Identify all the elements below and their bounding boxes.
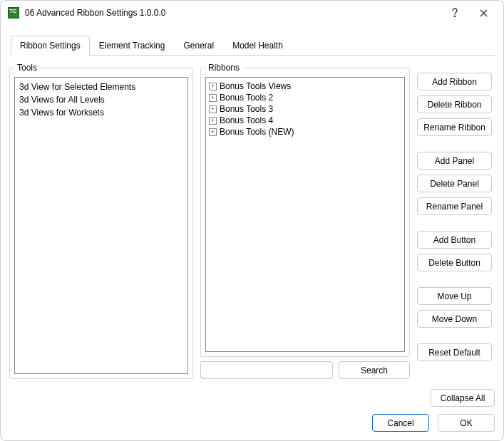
close-button[interactable] [469, 4, 498, 22]
list-item[interactable]: 3d Views for Worksets [18, 106, 185, 119]
expand-icon[interactable]: + [209, 117, 217, 125]
list-item[interactable]: 3d Views for All Levels [18, 93, 185, 106]
collapse-row: Collapse All [9, 379, 495, 407]
add-panel-button[interactable]: Add Panel [417, 152, 492, 170]
delete-panel-button[interactable]: Delete Panel [417, 175, 492, 192]
move-buttons-group: Move Up Move Down [417, 287, 495, 328]
tab-model-health[interactable]: Model Health [223, 36, 292, 56]
tree-item[interactable]: + Bonus Tools 3 [207, 103, 403, 115]
expand-icon[interactable]: + [209, 94, 217, 102]
delete-button-button[interactable]: Delete Button [417, 254, 492, 271]
panel-buttons-group: Add Panel Delete Panel Rename Panel [417, 152, 495, 215]
tab-element-tracking[interactable]: Element Tracking [90, 36, 175, 56]
tree-item-label: Bonus Tools Views [220, 81, 291, 91]
move-down-button[interactable]: Move Down [417, 310, 492, 328]
collapse-all-button[interactable]: Collapse All [431, 389, 495, 407]
expand-icon[interactable]: + [209, 128, 217, 136]
tab-body: Tools 3d View for Selected Elements 3d V… [9, 56, 495, 379]
tab-strip: Ribbon Settings Element Tracking General… [9, 36, 495, 56]
tree-item-label: Bonus Tools (NEW) [220, 127, 294, 137]
ribbons-legend: Ribbons [205, 63, 242, 73]
add-button-button[interactable]: Add Button [417, 231, 492, 249]
cancel-button[interactable]: Cancel [372, 414, 429, 432]
tools-group: Tools 3d View for Selected Elements 3d V… [9, 63, 193, 379]
tab-ribbon-settings[interactable]: Ribbon Settings [11, 36, 90, 56]
tree-item-label: Bonus Tools 2 [220, 93, 273, 103]
rename-ribbon-button[interactable]: Rename Ribbon [417, 118, 492, 136]
rename-panel-button[interactable]: Rename Panel [417, 197, 492, 215]
tools-legend: Tools [14, 63, 40, 73]
tree-item-label: Bonus Tools 4 [220, 115, 273, 125]
search-input[interactable] [200, 361, 333, 379]
tab-general[interactable]: General [174, 36, 223, 56]
client-area: Ribbon Settings Element Tracking General… [1, 25, 503, 440]
button-buttons-group: Add Button Delete Button [417, 231, 495, 271]
list-item[interactable]: 3d View for Selected Elements [18, 81, 185, 93]
ribbon-buttons-group: Add Ribbon Delete Ribbon Rename Ribbon [417, 73, 495, 136]
ribbons-group: Ribbons + Bonus Tools Views + Bonus Tool… [200, 63, 410, 357]
titlebar: 06 Advanced Ribbon Settings 1.0.0.0 [1, 1, 503, 25]
help-button[interactable] [441, 4, 469, 22]
tree-item-label: Bonus Tools 3 [220, 104, 273, 114]
tree-item[interactable]: + Bonus Tools Views [207, 81, 403, 92]
dialog-footer: Cancel OK [9, 407, 495, 432]
window-title: 06 Advanced Ribbon Settings 1.0.0.0 [25, 8, 441, 18]
search-row: Search [200, 361, 410, 379]
expand-icon[interactable]: + [209, 83, 217, 90]
tools-column: Tools 3d View for Selected Elements 3d V… [9, 63, 193, 379]
tree-item[interactable]: + Bonus Tools 4 [207, 115, 403, 126]
ok-button[interactable]: OK [438, 414, 495, 432]
move-up-button[interactable]: Move Up [417, 287, 492, 305]
tools-listbox[interactable]: 3d View for Selected Elements 3d Views f… [14, 77, 188, 374]
add-ribbon-button[interactable]: Add Ribbon [417, 73, 492, 90]
reset-default-button[interactable]: Reset Default [417, 343, 492, 361]
tree-item[interactable]: + Bonus Tools (NEW) [207, 126, 403, 138]
search-button[interactable]: Search [339, 361, 410, 379]
dialog-window: 06 Advanced Ribbon Settings 1.0.0.0 Ribb… [0, 0, 504, 441]
tree-item[interactable]: + Bonus Tools 2 [207, 92, 403, 103]
app-icon [8, 7, 19, 19]
expand-icon[interactable]: + [209, 105, 217, 113]
side-buttons-column: Add Ribbon Delete Ribbon Rename Ribbon A… [417, 63, 495, 379]
ribbons-tree[interactable]: + Bonus Tools Views + Bonus Tools 2 + Bo… [205, 77, 405, 352]
delete-ribbon-button[interactable]: Delete Ribbon [417, 95, 492, 113]
svg-point-0 [454, 16, 456, 17]
ribbons-column: Ribbons + Bonus Tools Views + Bonus Tool… [200, 63, 410, 379]
